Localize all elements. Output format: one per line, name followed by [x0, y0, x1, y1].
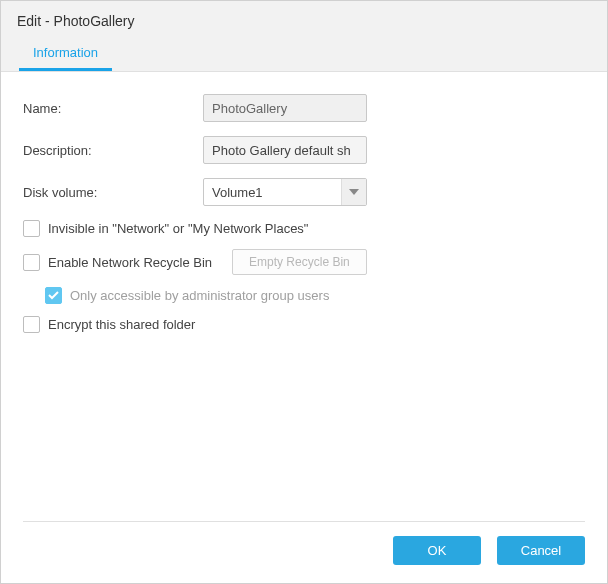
tabs: Information — [1, 37, 607, 71]
recycle-checkbox[interactable] — [23, 254, 40, 271]
row-admin-only: Only accessible by administrator group u… — [45, 287, 585, 304]
edit-share-dialog: Edit - PhotoGallery Information Name: De… — [0, 0, 608, 584]
admin-only-label: Only accessible by administrator group u… — [70, 288, 329, 303]
divider — [23, 521, 585, 522]
invisible-checkbox[interactable] — [23, 220, 40, 237]
content-panel: Name: Description: Disk volume: Volume1 — [1, 71, 607, 583]
volume-select[interactable]: Volume1 — [203, 178, 367, 206]
admin-only-checkbox — [45, 287, 62, 304]
name-input[interactable] — [203, 94, 367, 122]
row-recycle: Enable Network Recycle Bin Empty Recycle… — [23, 249, 585, 275]
form-area: Name: Description: Disk volume: Volume1 — [23, 94, 585, 515]
row-name: Name: — [23, 94, 585, 122]
row-description: Description: — [23, 136, 585, 164]
description-label: Description: — [23, 143, 203, 158]
footer: OK Cancel — [23, 536, 585, 571]
name-label: Name: — [23, 101, 203, 116]
encrypt-checkbox[interactable] — [23, 316, 40, 333]
row-volume: Disk volume: Volume1 — [23, 178, 585, 206]
description-input[interactable] — [203, 136, 367, 164]
ok-button[interactable]: OK — [393, 536, 481, 565]
encrypt-label: Encrypt this shared folder — [48, 317, 195, 332]
row-encrypt: Encrypt this shared folder — [23, 316, 585, 333]
tab-information[interactable]: Information — [19, 37, 112, 71]
cancel-button[interactable]: Cancel — [497, 536, 585, 565]
dialog-title: Edit - PhotoGallery — [1, 1, 607, 37]
recycle-label: Enable Network Recycle Bin — [48, 255, 212, 270]
empty-recycle-button[interactable]: Empty Recycle Bin — [232, 249, 367, 275]
invisible-label: Invisible in "Network" or "My Network Pl… — [48, 221, 308, 236]
row-invisible: Invisible in "Network" or "My Network Pl… — [23, 220, 585, 237]
volume-label: Disk volume: — [23, 185, 203, 200]
